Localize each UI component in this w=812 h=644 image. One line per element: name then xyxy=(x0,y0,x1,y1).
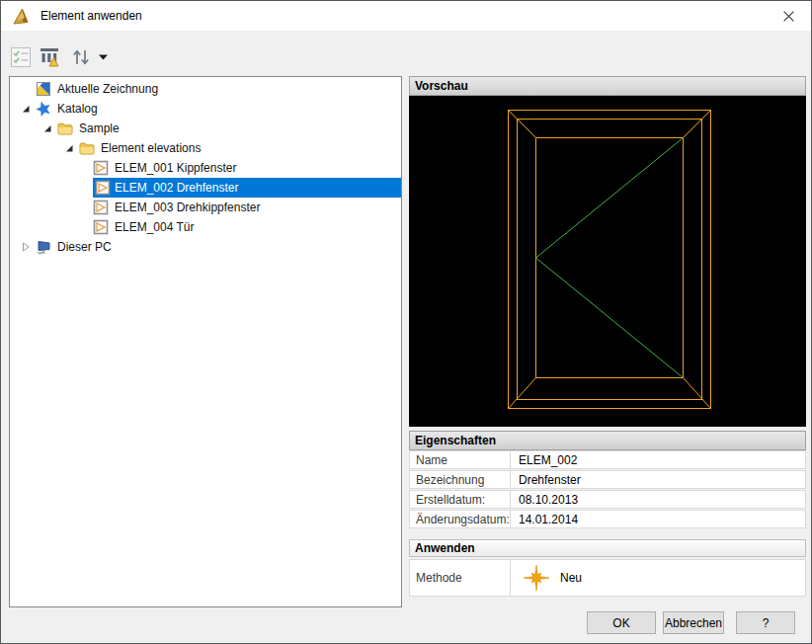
element-icon xyxy=(93,160,109,176)
property-label: Änderungsdatum: xyxy=(410,511,511,527)
building-icon xyxy=(39,45,61,68)
tree-item-label: ELEM_002 Drehfenster xyxy=(111,179,242,198)
star-icon xyxy=(36,101,51,117)
window-elevation-drawing xyxy=(409,96,806,427)
tree-item-element-elevations[interactable]: Element elevations xyxy=(10,138,401,158)
expander-expanded[interactable] xyxy=(37,119,57,138)
properties-header: Eigenschaften xyxy=(409,431,806,450)
tree-item-label: Sample xyxy=(79,120,123,138)
method-value: Neu xyxy=(560,571,582,585)
expander-spacer xyxy=(15,79,36,99)
expander-expanded[interactable] xyxy=(15,99,36,119)
tree-expanded-icon xyxy=(42,123,52,133)
tree-expanded-icon xyxy=(21,104,31,114)
tree-item-label: Element elevations xyxy=(101,139,204,158)
apply-method-row: Methode Neu xyxy=(409,559,806,597)
property-value: 14.01.2014 xyxy=(511,513,805,526)
chevron-down-icon xyxy=(99,54,108,60)
sort-dropdown-arrow[interactable] xyxy=(96,43,110,70)
property-label: Bezeichnung xyxy=(410,471,511,488)
tree-item-sample[interactable]: Sample xyxy=(10,119,401,138)
expander-expanded[interactable] xyxy=(58,138,79,158)
tree-collapsed-icon xyxy=(21,242,31,252)
tree-item-label: Katalog xyxy=(57,100,102,119)
property-label: Name xyxy=(410,451,511,468)
element-anwenden-dialog: Element anwenden xyxy=(0,0,812,644)
property-row-bezeichnung: Bezeichnung Drehfenster xyxy=(409,470,806,489)
folder-icon xyxy=(57,121,73,136)
preview-canvas xyxy=(409,96,806,427)
computer-icon xyxy=(36,239,51,255)
catalog-tree: Aktuelle Zeichnung Katalog xyxy=(9,76,402,607)
sort-arrows-icon xyxy=(71,47,91,67)
element-icon xyxy=(95,180,111,196)
method-label: Methode xyxy=(410,560,511,596)
folder-icon xyxy=(79,140,95,156)
tree-expanded-icon xyxy=(64,143,74,153)
property-label: Erstelldatum: xyxy=(410,491,511,508)
titlebar: Element anwenden xyxy=(1,1,811,31)
properties-table: Name ELEM_002 Bezeichnung Drehfenster Er… xyxy=(409,450,806,529)
element-icon xyxy=(93,219,109,235)
property-row-name: Name ELEM_002 xyxy=(409,450,806,469)
checklist-button[interactable] xyxy=(7,43,34,70)
property-value: ELEM_002 xyxy=(511,453,805,467)
tree-item-label: ELEM_001 Kippfenster xyxy=(115,159,240,178)
app-logo-icon xyxy=(12,7,32,26)
tree-item-label: ELEM_004 Tür xyxy=(115,218,199,237)
preview-header: Vorschau xyxy=(409,76,806,96)
new-star-icon xyxy=(523,564,550,592)
close-button[interactable] xyxy=(771,4,805,28)
tree-item-label: ELEM_003 Drehkippfenster xyxy=(115,199,264,217)
sort-button[interactable] xyxy=(67,43,110,70)
close-icon xyxy=(782,10,795,23)
expander-collapsed[interactable] xyxy=(15,237,36,257)
checklist-icon xyxy=(10,46,32,68)
tree-item-label: Dieser PC xyxy=(57,238,116,257)
apply-to-building-button[interactable] xyxy=(37,43,63,70)
tree-item-label: Aktuelle Zeichnung xyxy=(57,80,162,99)
drawing-icon xyxy=(36,81,51,97)
ok-button[interactable]: OK xyxy=(587,611,656,634)
element-icon xyxy=(93,200,109,215)
apply-header-label: Anwenden xyxy=(415,541,475,555)
cancel-button[interactable]: Abbrechen xyxy=(663,611,724,634)
tree-item-elem-002-selected[interactable]: ELEM_002 Drehfenster xyxy=(10,178,401,198)
preview-header-label: Vorschau xyxy=(415,79,468,93)
tree-item-elem-004[interactable]: ELEM_004 Tür xyxy=(10,217,401,237)
property-row-aenderungsdatum: Änderungsdatum: 14.01.2014 xyxy=(409,510,806,528)
window-title: Element anwenden xyxy=(41,9,142,23)
tree-item-dieser-pc[interactable]: Dieser PC xyxy=(10,237,401,257)
apply-header: Anwenden xyxy=(409,539,806,557)
property-row-erstelldatum: Erstelldatum: 08.10.2013 xyxy=(409,490,806,509)
help-button[interactable]: ? xyxy=(736,611,795,634)
properties-header-label: Eigenschaften xyxy=(415,434,496,447)
method-value-cell[interactable]: Neu xyxy=(511,560,805,596)
tree-item-katalog[interactable]: Katalog xyxy=(10,99,401,119)
toolbar xyxy=(7,43,110,70)
property-value: Drehfenster xyxy=(511,473,805,487)
tree-item-aktuelle-zeichnung[interactable]: Aktuelle Zeichnung xyxy=(10,79,401,99)
property-value: 08.10.2013 xyxy=(511,493,805,507)
tree-item-elem-001[interactable]: ELEM_001 Kippfenster xyxy=(10,158,401,178)
tree-item-elem-003[interactable]: ELEM_003 Drehkippfenster xyxy=(10,198,401,217)
